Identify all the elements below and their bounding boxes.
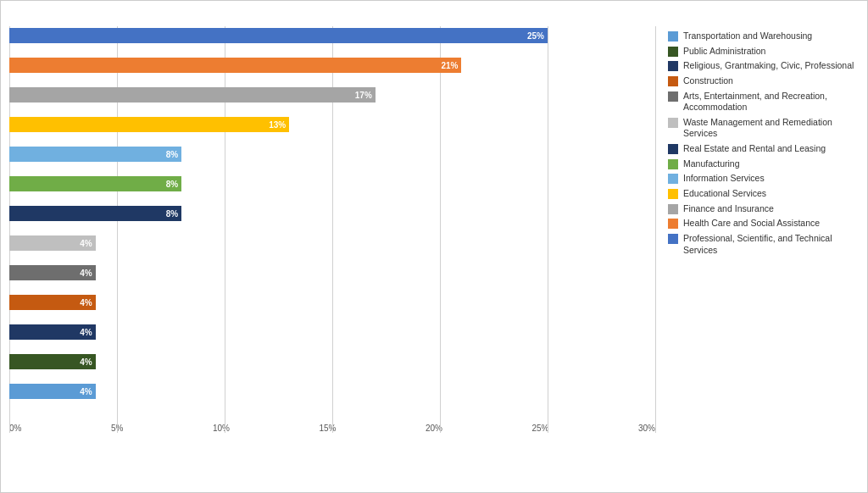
legend-label: Religious, Grantmaking, Civic, Professio… (683, 60, 854, 72)
legend-item: Waste Management and Remediation Service… (668, 117, 859, 140)
legend: Transportation and WarehousingPublic Adm… (655, 26, 859, 454)
bar-row: 4% (9, 323, 655, 341)
legend-color-box (668, 234, 678, 244)
bar-row: 13% (9, 115, 655, 134)
legend-color-box (668, 189, 678, 199)
bar: 13% (9, 117, 289, 132)
legend-color-box (668, 61, 678, 71)
x-tick: 30% (638, 424, 655, 433)
legend-item: Manufacturing (668, 158, 859, 170)
legend-color-box (668, 76, 678, 86)
legend-label: Transportation and Warehousing (683, 30, 812, 42)
legend-label: Finance and Insurance (683, 203, 774, 215)
bar: 17% (9, 87, 376, 102)
bars-section: 25%21%17%13%8%8%8%4%4%4%4%4%4%0%5%10%15%… (9, 26, 655, 454)
legend-item: Information Services (668, 173, 859, 185)
legend-color-box (668, 159, 678, 169)
legend-color-box (668, 118, 678, 128)
chart-left: 25%21%17%13%8%8%8%4%4%4%4%4%4%0%5%10%15%… (9, 26, 655, 454)
legend-color-box (668, 174, 678, 184)
bar: 4% (9, 354, 96, 369)
legend-label: Information Services (683, 173, 765, 185)
x-tick: 0% (9, 424, 21, 433)
x-axis: 0%5%10%15%20%25%30% (9, 412, 655, 433)
bar: 21% (9, 58, 461, 73)
x-tick: 10% (213, 424, 230, 433)
bar-row: 21% (9, 56, 655, 75)
legend-label: Educational Services (683, 188, 766, 200)
legend-color-box (668, 91, 678, 102)
legend-label: Health Care and Social Assistance (683, 218, 820, 230)
bar-row: 8% (9, 204, 655, 223)
legend-item: Transportation and Warehousing (668, 30, 859, 42)
x-tick: 5% (111, 424, 123, 433)
bar-row: 25% (9, 26, 655, 45)
x-tick: 15% (319, 424, 336, 433)
x-tick: 20% (426, 424, 442, 433)
bar: 4% (9, 384, 96, 399)
legend-item: Real Estate and Rental and Leasing (668, 143, 859, 155)
legend-item: Arts, Entertainment, and Recreation, Acc… (668, 91, 859, 114)
legend-color-box (668, 144, 678, 154)
bar: 4% (9, 235, 96, 251)
bar: 4% (9, 295, 96, 310)
legend-label: Waste Management and Remediation Service… (683, 117, 859, 140)
legend-item: Finance and Insurance (668, 203, 859, 215)
chart-container: 25%21%17%13%8%8%8%4%4%4%4%4%4%0%5%10%15%… (0, 0, 868, 493)
legend-item: Religious, Grantmaking, Civic, Professio… (668, 60, 859, 72)
bar-row: 8% (9, 145, 655, 163)
legend-label: Real Estate and Rental and Leasing (683, 143, 826, 155)
legend-label: Construction (683, 75, 733, 87)
bar: 4% (9, 324, 96, 340)
bar-row: 4% (9, 293, 655, 312)
legend-label: Arts, Entertainment, and Recreation, Acc… (683, 91, 859, 114)
legend-label: Public Administration (683, 46, 765, 58)
x-tick: 25% (531, 424, 548, 433)
bar: 8% (9, 147, 181, 162)
bar-row: 4% (9, 382, 655, 401)
legend-color-box (668, 204, 678, 214)
bar-row: 4% (9, 352, 655, 371)
bar: 25% (9, 28, 548, 43)
chart-body: 25%21%17%13%8%8%8%4%4%4%4%4%4%0%5%10%15%… (9, 26, 859, 454)
legend-item: Health Care and Social Assistance (668, 218, 859, 230)
bar: 4% (9, 265, 96, 280)
legend-color-box (668, 219, 678, 229)
bar-row: 8% (9, 174, 655, 193)
chart-plot-area: 25%21%17%13%8%8%8%4%4%4%4%4%4%0%5%10%15%… (9, 26, 655, 454)
legend-color-box (668, 47, 678, 57)
legend-label: Professional, Scientific, and Technical … (683, 233, 859, 256)
legend-color-box (668, 31, 678, 42)
bar-row: 4% (9, 263, 655, 282)
bar: 8% (9, 206, 181, 221)
bar-row: 4% (9, 234, 655, 252)
legend-item: Educational Services (668, 188, 859, 200)
legend-item: Public Administration (668, 46, 859, 58)
bar: 8% (9, 176, 181, 191)
legend-item: Construction (668, 75, 859, 87)
bar-row: 17% (9, 86, 655, 104)
legend-item: Professional, Scientific, and Technical … (668, 233, 859, 256)
legend-label: Manufacturing (683, 158, 740, 170)
